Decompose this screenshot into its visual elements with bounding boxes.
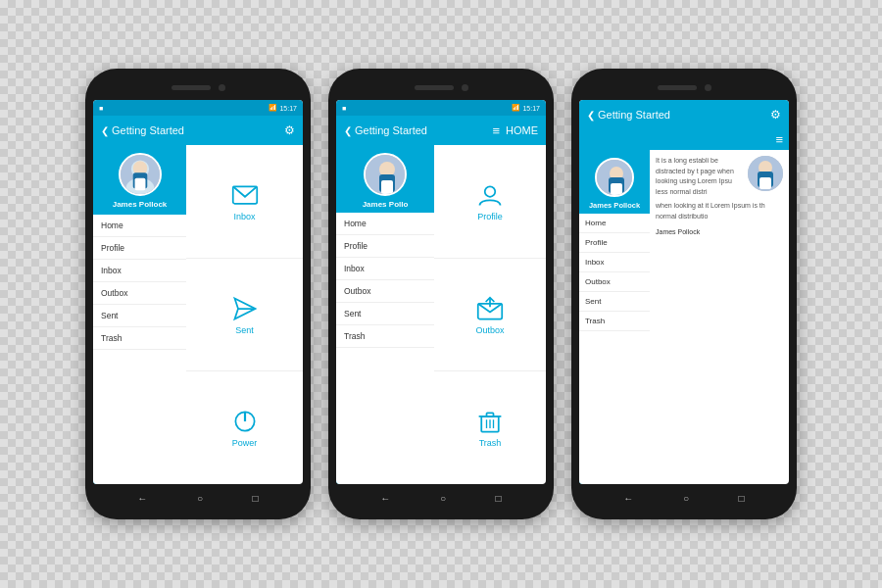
nav-back-2[interactable]: ← (380, 493, 390, 504)
sent-cell[interactable]: Sent (186, 259, 303, 372)
top-bar-title-3: ❮ Getting Started (587, 109, 670, 121)
svg-rect-30 (760, 177, 771, 189)
svg-rect-14 (381, 180, 393, 194)
status-right-1: 📶 15:17 (269, 104, 297, 112)
phone-bottom-3: ← ○ □ (579, 488, 789, 508)
phone-2-speaker (415, 85, 454, 90)
screen-content-2: James Pollo Home Profile Inbox Outbox Se… (336, 145, 546, 484)
drawer-menu-2: Home Profile Inbox Outbox Sent Trash (336, 213, 434, 484)
app-title-1: Getting Started (112, 124, 184, 136)
gear-icon-1[interactable]: ⚙ (284, 123, 295, 137)
icon-area-1: Inbox Sent Power (186, 145, 303, 484)
phone-2-body: ■ 📶 15:17 ❮ Getting Started ≡ HOME (328, 69, 554, 519)
drawer-name-2: James Pollo (363, 200, 409, 209)
back-chevron-2: ❮ (344, 125, 352, 136)
phone-bottom-2: ← ○ □ (336, 488, 546, 508)
drawer-item-home-2[interactable]: Home (336, 213, 434, 235)
phone-3-camera (705, 84, 711, 91)
wifi-icon-2: 📶 (512, 104, 520, 112)
drawer-item-sent-2[interactable]: Sent (336, 303, 434, 325)
phone-3-screen: ❮ Getting Started ⚙ ≡ (579, 100, 789, 484)
avatar-3 (595, 158, 634, 197)
nav-home-2[interactable]: ○ (440, 493, 446, 504)
nav-home-1[interactable]: ○ (197, 493, 203, 504)
phone-camera (219, 84, 225, 91)
phone-3-speaker (658, 85, 697, 90)
phone-1-screen: ■ 📶 15:17 ❮ Getting Started ⚙ (93, 100, 303, 484)
phone-3-body: ❮ Getting Started ⚙ ≡ (571, 69, 797, 519)
svg-rect-19 (487, 413, 494, 416)
sidebar-item-trash-1[interactable]: Trash (93, 327, 186, 350)
status-left-1: ■ (99, 105, 103, 112)
home-label-2: HOME (506, 124, 538, 136)
phone-bottom-1: ← ○ □ (93, 488, 303, 508)
status-bar-2: ■ 📶 15:17 (336, 100, 546, 116)
sidebar-item-sent-1[interactable]: Sent (93, 305, 186, 327)
screen-content-1: James Pollock Home Profile Inbox Outbox … (93, 145, 303, 484)
sent-label: Sent (235, 325, 254, 335)
main-item-trash-3[interactable]: Trash (579, 312, 650, 331)
nav-back-3[interactable]: ← (623, 493, 633, 504)
sidebar-menu-1: Home Profile Inbox Outbox Sent Trash (93, 215, 186, 484)
sidebar-item-home-1[interactable]: Home (93, 215, 186, 237)
phone-2-camera (462, 84, 468, 91)
drawer-item-inbox-2[interactable]: Inbox (336, 258, 434, 280)
main-name-3: James Pollock (589, 201, 640, 210)
signature-3: James Pollock (656, 227, 783, 238)
phone-2-screen: ■ 📶 15:17 ❮ Getting Started ≡ HOME (336, 100, 546, 484)
status-left-2: ■ (342, 105, 346, 112)
nav-recent-1[interactable]: □ (253, 493, 259, 504)
gear-icon-3[interactable]: ⚙ (770, 108, 781, 122)
main-item-inbox-3[interactable]: Inbox (579, 253, 650, 272)
nav-recent-3[interactable]: □ (739, 493, 745, 504)
status-bar-1: ■ 📶 15:17 (93, 100, 303, 116)
power-label: Power (232, 438, 258, 448)
main-item-outbox-3[interactable]: Outbox (579, 272, 650, 292)
avatar-1 (119, 153, 162, 196)
outbox-cell-2[interactable]: Outbox (434, 259, 546, 372)
trash-label-2: Trash (479, 438, 502, 448)
drawer-item-outbox-2[interactable]: Outbox (336, 280, 434, 303)
top-bar-title-1: ❮ Getting Started (101, 124, 184, 136)
hamburger-icon-3[interactable]: ≡ (775, 132, 783, 147)
back-chevron-3: ❮ (587, 110, 595, 121)
hamburger-icon-2[interactable]: ≡ (492, 124, 500, 137)
sidebar-item-profile-1[interactable]: Profile (93, 237, 186, 260)
main-item-home-3[interactable]: Home (579, 214, 650, 233)
outbox-label-2: Outbox (475, 325, 504, 335)
phone-3: ❮ Getting Started ⚙ ≡ (571, 69, 797, 519)
top-bar-3: ❮ Getting Started ⚙ (579, 100, 789, 129)
top-bar-title-2: ❮ Getting Started (344, 124, 427, 136)
status-right-2: 📶 15:17 (512, 104, 540, 112)
inbox-cell[interactable]: Inbox (186, 145, 303, 259)
nav-home-3[interactable]: ○ (683, 493, 689, 504)
main-item-profile-3[interactable]: Profile (579, 233, 650, 253)
trash-cell-2[interactable]: Trash (434, 371, 546, 484)
main-content-3: It is a long establi be distracted by t … (650, 150, 789, 484)
top-bar-2: ❮ Getting Started ≡ HOME (336, 116, 546, 145)
drawer-item-trash-2[interactable]: Trash (336, 325, 434, 348)
main-sidebar-3: James Pollock Home Profile Inbox Outbox … (579, 150, 650, 484)
profile-cell-2[interactable]: Profile (434, 145, 546, 259)
phone-speaker (172, 85, 211, 90)
phone-1-body: ■ 📶 15:17 ❮ Getting Started ⚙ (85, 69, 311, 519)
sidebar-item-inbox-1[interactable]: Inbox (93, 260, 186, 282)
power-cell[interactable]: Power (186, 371, 303, 484)
profile-label-2: Profile (477, 212, 503, 221)
sidebar-1: James Pollock Home Profile Inbox Outbox … (93, 145, 186, 484)
content-avatar-3 (748, 156, 783, 191)
phone-2-top (336, 78, 546, 96)
svg-point-15 (485, 186, 496, 197)
drawer-sidebar-2: James Pollo Home Profile Inbox Outbox Se… (336, 145, 434, 484)
avatar-2 (364, 153, 407, 196)
screen-content-3: James Pollock Home Profile Inbox Outbox … (579, 150, 789, 484)
top-bar-1: ❮ Getting Started ⚙ (93, 116, 303, 145)
nav-recent-2[interactable]: □ (496, 493, 502, 504)
status-time-1: 15:17 (279, 105, 297, 112)
drawer-item-profile-2[interactable]: Profile (336, 235, 434, 258)
sidebar-item-outbox-1[interactable]: Outbox (93, 282, 186, 305)
app-title-3: Getting Started (598, 109, 670, 121)
main-item-sent-3[interactable]: Sent (579, 292, 650, 312)
svg-rect-26 (611, 183, 622, 195)
nav-back-1[interactable]: ← (137, 493, 147, 504)
